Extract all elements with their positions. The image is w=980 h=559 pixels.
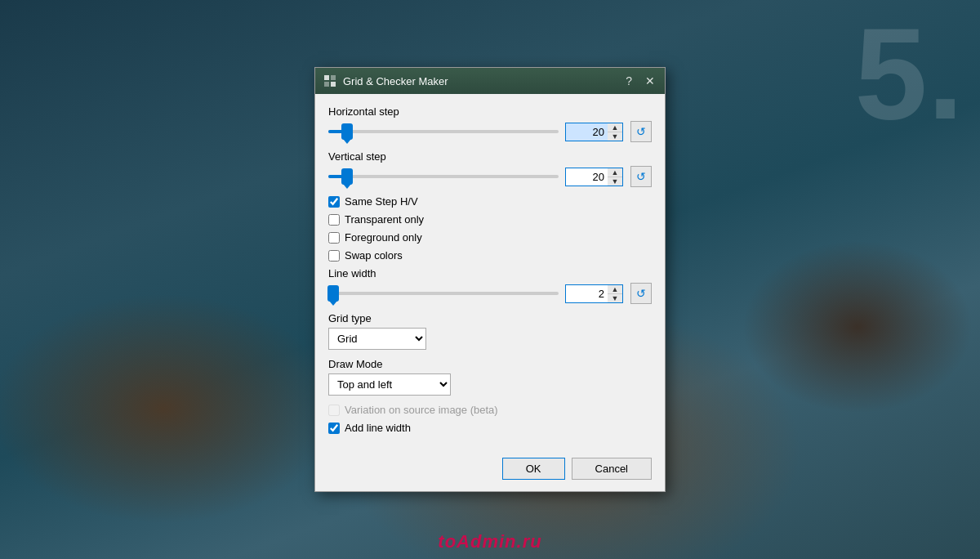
vertical-step-up[interactable]: ▲ [608,168,622,177]
transparent-only-row: Transparent only [328,213,652,226]
line-width-spinbox: ▲ ▼ [565,284,624,303]
vertical-step-spinbox: ▲ ▼ [565,168,624,186]
draw-mode-label: Draw Mode [328,358,652,370]
horizontal-step-up[interactable]: ▲ [608,123,622,132]
variation-source-checkbox[interactable] [328,405,340,416]
cancel-button[interactable]: Cancel [572,458,652,480]
svg-rect-2 [324,82,329,87]
horizontal-step-thumb[interactable] [341,123,353,140]
line-width-reset[interactable]: ↺ [630,283,652,304]
line-width-spinbox-btns: ▲ ▼ [608,284,623,303]
line-width-down[interactable]: ▼ [608,293,622,302]
draw-mode-row: Draw Mode Top and left Top only Left onl… [328,358,652,396]
dialog-overlay: Grid & Checker Maker ? ✕ Horizontal step… [0,0,980,559]
svg-rect-0 [324,75,329,80]
vertical-step-reset[interactable]: ↺ [630,166,652,187]
foreground-only-checkbox[interactable] [328,232,340,244]
variation-source-label: Variation on source image (beta) [345,404,498,416]
vertical-step-thumb[interactable] [341,168,353,185]
vertical-step-label: Vertical step [328,150,652,163]
close-button[interactable]: ✕ [644,75,657,87]
dialog-title: Grid & Checker Maker [343,75,448,87]
vertical-step-spinbox-btns: ▲ ▼ [608,168,623,186]
line-width-input[interactable] [565,284,608,303]
horizontal-step-spinbox-btns: ▲ ▼ [608,123,623,141]
transparent-only-checkbox[interactable] [328,214,340,226]
horizontal-step-spinbox: ▲ ▼ [565,123,624,141]
svg-rect-1 [331,75,336,80]
ok-button[interactable]: OK [502,458,565,480]
horizontal-step-label: Horizontal step [328,105,652,118]
titlebar-left: Grid & Checker Maker [323,74,448,87]
horizontal-step-slider[interactable] [328,130,559,133]
horizontal-step-input[interactable] [565,123,608,141]
dialog: Grid & Checker Maker ? ✕ Horizontal step… [314,67,666,492]
add-line-width-label[interactable]: Add line width [345,422,411,434]
line-width-up[interactable]: ▲ [608,285,622,293]
vertical-step-slider[interactable] [328,175,559,178]
line-width-label: Line width [328,267,652,280]
horizontal-step-down[interactable]: ▼ [608,132,622,141]
add-line-width-row: Add line width [328,422,652,434]
grid-type-select[interactable]: Grid Checker Dots [328,328,426,350]
grid-type-label: Grid type [328,312,652,324]
app-icon [323,74,336,87]
same-step-hv-checkbox[interactable] [328,196,340,208]
swap-colors-row: Swap colors [328,249,652,262]
transparent-only-label[interactable]: Transparent only [345,213,424,226]
dialog-body: Horizontal step ▲ ▼ ↺ Vertical step [315,94,665,449]
grid-type-row: Grid type Grid Checker Dots [328,312,652,350]
draw-mode-select[interactable]: Top and left Top only Left only All [328,373,451,396]
horizontal-step-row: ▲ ▼ ↺ [328,121,652,142]
line-width-slider[interactable] [328,292,559,295]
swap-colors-label[interactable]: Swap colors [345,249,403,262]
same-step-hv-row: Same Step H/V [328,195,652,208]
dialog-titlebar: Grid & Checker Maker ? ✕ [315,68,665,94]
dialog-footer: OK Cancel [315,449,665,491]
line-width-thumb[interactable] [327,285,339,302]
variation-source-row: Variation on source image (beta) [328,404,652,416]
horizontal-step-reset[interactable]: ↺ [630,121,652,142]
swap-colors-checkbox[interactable] [328,250,340,262]
svg-rect-3 [331,82,336,87]
vertical-step-input[interactable] [565,168,608,186]
vertical-step-down[interactable]: ▼ [608,177,622,186]
foreground-only-row: Foreground only [328,231,652,244]
add-line-width-checkbox[interactable] [328,423,340,434]
line-width-row: ▲ ▼ ↺ [328,283,652,304]
titlebar-controls: ? ✕ [624,75,657,87]
help-button[interactable]: ? [624,75,634,87]
foreground-only-label[interactable]: Foreground only [345,231,422,244]
vertical-step-row: ▲ ▼ ↺ [328,166,652,187]
same-step-hv-label[interactable]: Same Step H/V [345,195,418,208]
